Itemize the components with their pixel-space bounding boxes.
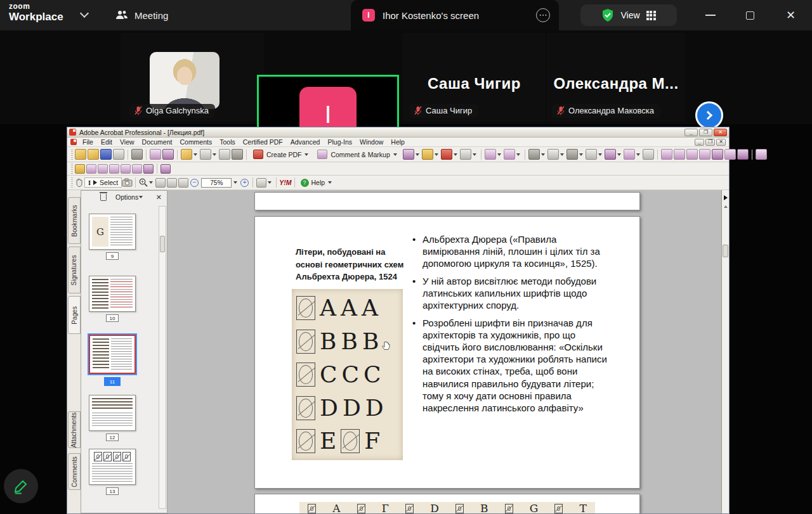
tab-meeting[interactable]: Meeting: [115, 0, 168, 30]
zoom-in-button[interactable]: +: [240, 179, 249, 187]
print-icon[interactable]: [113, 149, 124, 160]
color-convert-icon[interactable]: [712, 149, 723, 160]
export-icon[interactable]: [162, 149, 174, 160]
select-text-button[interactable]: I Select: [84, 177, 122, 188]
secure-icon[interactable]: [422, 149, 433, 160]
scroll-up-icon[interactable]: [724, 205, 728, 208]
email-icon[interactable]: [219, 149, 230, 160]
close-panel-icon[interactable]: ✕: [156, 193, 162, 202]
page-thumbnail-12[interactable]: [89, 395, 136, 431]
sticky-note-icon[interactable]: [504, 149, 515, 160]
panel-scrollbar[interactable]: [159, 206, 166, 509]
preflight-icon[interactable]: [661, 149, 672, 160]
object-select-icon[interactable]: [566, 149, 578, 160]
document-area[interactable]: Літери, побудовані на основі геометрични…: [167, 190, 721, 513]
highlighter-icon[interactable]: [403, 149, 414, 160]
snapshot-icon[interactable]: [122, 178, 133, 187]
page-thumbnail-13[interactable]: [89, 449, 136, 485]
page-layout-icon[interactable]: [256, 178, 266, 188]
view-button[interactable]: View: [580, 4, 677, 26]
close-button[interactable]: ✕: [714, 129, 727, 136]
anchor-tool-icon[interactable]: [624, 149, 635, 160]
select-tool-icon[interactable]: [528, 149, 540, 160]
zoom-out-button[interactable]: −: [190, 179, 199, 187]
page-number-label[interactable]: 13: [106, 487, 119, 495]
yahoo-messenger-icon[interactable]: Y!M: [279, 179, 291, 186]
measure-tool-icon[interactable]: [605, 149, 616, 160]
review-icon[interactable]: [131, 149, 143, 160]
certify-icon[interactable]: [674, 149, 685, 160]
zoom-level-input[interactable]: 75%: [201, 178, 232, 188]
page-number-label[interactable]: 9: [106, 252, 119, 260]
open-icon[interactable]: [75, 149, 86, 160]
stamp-icon[interactable]: [485, 149, 496, 160]
combine-files-icon[interactable]: [150, 149, 161, 160]
delete-page-icon[interactable]: [100, 194, 107, 201]
verify-icon[interactable]: [686, 149, 698, 160]
rotate-pages-icon[interactable]: [132, 164, 142, 174]
menu-plugins[interactable]: Plug-Ins: [324, 138, 356, 146]
actual-size-icon[interactable]: [155, 178, 166, 188]
nav-tab-attachments[interactable]: Attachments: [68, 411, 81, 448]
maximize-button[interactable]: [746, 11, 754, 20]
pdf-optimizer-icon[interactable]: [737, 149, 749, 160]
options-menu[interactable]: Options: [115, 193, 138, 201]
page-tool-icon[interactable]: [643, 149, 654, 160]
replace-pages-icon[interactable]: [98, 164, 108, 174]
nav-tab-bookmarks[interactable]: Bookmarks: [68, 197, 81, 244]
participant-tile-sasha[interactable]: Саша Чигир Саша Чигир: [403, 33, 546, 122]
page-number-label-selected[interactable]: 11: [104, 377, 121, 386]
annotate-button[interactable]: [4, 469, 38, 503]
doc-restore-button[interactable]: ❐: [705, 139, 715, 146]
document-scrollbar[interactable]: [721, 190, 729, 513]
crop-tool-icon[interactable]: [547, 149, 559, 160]
pane-toggle-icon[interactable]: [724, 195, 728, 200]
forms-icon[interactable]: [460, 149, 471, 160]
menu-tools[interactable]: Tools: [216, 138, 239, 146]
tab-shared-screen[interactable]: I Ihor Kostenko's screen ⋯: [351, 0, 559, 30]
help-button[interactable]: ? Help: [298, 178, 337, 188]
create-pdf-button[interactable]: Create PDF: [249, 149, 313, 160]
options-dropdown-icon[interactable]: [139, 196, 143, 198]
search-icon[interactable]: [232, 149, 243, 160]
job-definition-icon[interactable]: [756, 149, 767, 160]
close-button[interactable]: ✕: [786, 10, 796, 21]
menu-window[interactable]: Window: [356, 138, 387, 146]
sign-icon[interactable]: [441, 149, 452, 160]
acrobat-title-bar[interactable]: Adobe Acrobat Professional - [Лекция.pdf…: [67, 127, 729, 138]
menu-advanced[interactable]: Advanced: [287, 138, 324, 146]
trap-presets-icon[interactable]: [724, 149, 736, 160]
doc-close-button[interactable]: ✕: [716, 139, 726, 146]
scrollbar-thumb[interactable]: [160, 236, 165, 252]
comment-markup-button[interactable]: Comment & Markup: [313, 149, 402, 160]
fit-page-icon[interactable]: [167, 178, 177, 188]
text-tool-icon[interactable]: [586, 149, 597, 160]
open-recent-icon[interactable]: [88, 149, 99, 160]
save-icon[interactable]: [100, 149, 112, 160]
page-thumbnail-9[interactable]: G: [89, 214, 136, 250]
doc-minimize-button[interactable]: _: [695, 139, 704, 146]
menu-help[interactable]: Help: [387, 138, 409, 146]
menu-file[interactable]: File: [79, 138, 97, 146]
menu-certified-pdf[interactable]: Certified PDF: [239, 138, 287, 146]
insert-pages-icon[interactable]: [75, 164, 85, 174]
minimize-button[interactable]: [705, 15, 716, 16]
participant-tile-olga[interactable]: Olga Galchynska: [121, 33, 264, 122]
minimize-button[interactable]: _: [684, 129, 698, 136]
number-pages-icon[interactable]: [143, 164, 154, 174]
hand-tool-icon[interactable]: [74, 177, 84, 188]
menu-document[interactable]: Document: [138, 138, 176, 146]
menu-edit[interactable]: Edit: [97, 138, 116, 146]
delete-pages-icon[interactable]: [109, 164, 119, 174]
fit-width-icon[interactable]: [178, 178, 188, 188]
nav-tab-signatures[interactable]: Signatures: [68, 247, 81, 293]
participant-tile-oleksandra[interactable]: Олександра М... Олександра Маковска: [547, 33, 685, 122]
menu-view[interactable]: View: [116, 138, 138, 146]
organizer-icon[interactable]: [181, 149, 192, 160]
more-options-icon[interactable]: ⋯: [536, 8, 550, 22]
extract-pages-icon[interactable]: [86, 164, 96, 174]
page-thumbnail-10[interactable]: [89, 276, 136, 312]
attach-icon[interactable]: [200, 149, 211, 160]
zoom-in-tool-icon[interactable]: [138, 177, 148, 188]
headers-footers-icon[interactable]: [160, 164, 171, 174]
